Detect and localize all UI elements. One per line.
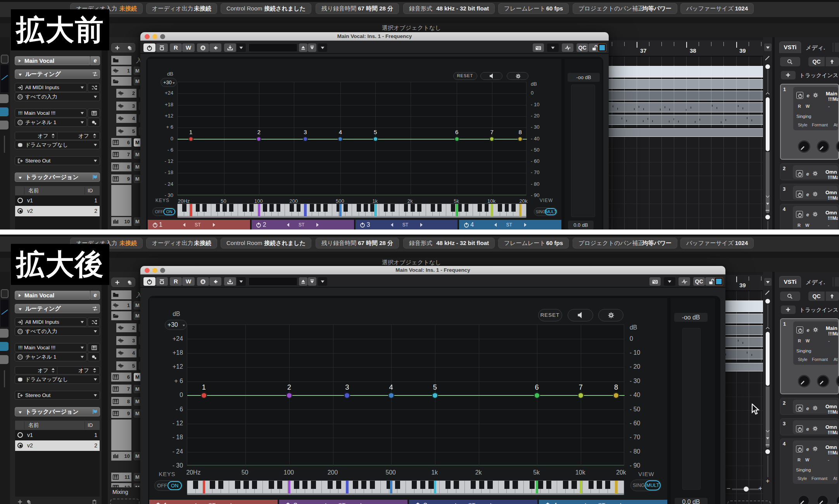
edit-instrument-icon[interactable]: e	[805, 327, 811, 333]
version-duplicate-icon[interactable]	[26, 499, 31, 504]
status-item-5[interactable]: フレームレート60 fps	[498, 3, 569, 14]
preset-browser-dropdown[interactable]	[318, 277, 327, 286]
write-automation-button[interactable]: W	[182, 277, 195, 286]
band-power-icon[interactable]	[255, 222, 262, 228]
tab-vsti[interactable]: VSTi	[779, 41, 801, 53]
track-row-5[interactable]: 5	[116, 127, 136, 136]
status-item-4[interactable]: 録音形式48 kHz - 32 bit float	[403, 238, 495, 249]
keys-toggle[interactable]: OFFON	[154, 480, 183, 491]
preset-name-field[interactable]	[249, 277, 297, 286]
instrument-slot-2[interactable]: 2eOmn!!!Ma	[780, 163, 839, 180]
copy-preset-button[interactable]	[224, 43, 236, 52]
eq-band-strip-3[interactable]: 3ST	[409, 500, 537, 504]
channel-settings-button[interactable]	[88, 118, 100, 127]
view-toggle[interactable]: SINGMULT	[630, 480, 661, 491]
slot-write-button[interactable]: W	[806, 104, 811, 109]
band-prev-icon[interactable]	[321, 502, 328, 504]
band-power-icon[interactable]	[544, 502, 552, 504]
status-item-1[interactable]: オーディオ出力未接続	[146, 238, 217, 249]
freeze-icon[interactable]	[812, 191, 818, 197]
edit-instrument-icon[interactable]: e	[805, 92, 811, 98]
keys-toggle-on-option[interactable]: ON	[163, 208, 175, 215]
snapshot-dropdown[interactable]	[664, 277, 675, 286]
offset-right-stepper[interactable]	[92, 133, 97, 139]
sidechain-button[interactable]	[562, 43, 573, 52]
version-radio[interactable]	[17, 432, 23, 438]
eq-range-selector[interactable]: +30	[161, 78, 177, 87]
band-prev-icon[interactable]	[285, 222, 291, 228]
track-row-2[interactable]: 2	[116, 323, 136, 332]
track-row-folder[interactable]	[111, 56, 131, 65]
version-radio[interactable]	[17, 208, 23, 214]
vsti-find-button[interactable]	[780, 292, 800, 301]
instrument-slot-1[interactable]: 1eMain!!!MaRW-SingingStyleFormantAt	[780, 84, 839, 160]
view-toggle[interactable]: SINGMULT	[534, 207, 558, 216]
instrument-knob[interactable]	[836, 140, 839, 153]
instrument-power-button[interactable]	[796, 211, 803, 218]
sidechain-button[interactable]	[678, 277, 690, 286]
slot-write-button[interactable]: W	[805, 223, 811, 228]
track-row-7[interactable]: 7	[111, 150, 131, 159]
eq-range-selector[interactable]: +30	[165, 320, 187, 330]
offset-left-stepper[interactable]	[51, 133, 55, 139]
eq-band-node-1[interactable]	[188, 136, 193, 142]
track-row-10[interactable]: 10	[111, 217, 131, 226]
eq-band-strip-4[interactable]: 4ST	[539, 500, 667, 504]
zoom-out-v-icon[interactable]	[765, 442, 770, 448]
band-prev-icon[interactable]	[493, 222, 498, 228]
midi-output-select[interactable]: !!! Main Vocal !!!	[15, 343, 87, 352]
open-device-button[interactable]	[88, 109, 100, 117]
qc-learn-button[interactable]	[715, 277, 723, 286]
track-row-8[interactable]: 8	[111, 162, 131, 171]
freeze-icon[interactable]	[812, 211, 818, 217]
eq-band-node-4[interactable]	[338, 136, 343, 142]
instrument-slot-1[interactable]: 1eMain!!!MaRW-SingingStyleFormantAt	[780, 318, 839, 394]
tab-media-label[interactable]: メディ.	[806, 43, 829, 52]
version-row-v1[interactable]: v11	[15, 430, 100, 440]
slot-program-value[interactable]: Singing	[796, 468, 819, 473]
zoom-in-v-label[interactable]: +	[764, 478, 771, 485]
switch-ab-button[interactable]	[209, 277, 221, 286]
instrument-power-button[interactable]	[796, 170, 803, 177]
status-item-3[interactable]: 残り録音時間67 時間 28 分	[316, 238, 399, 249]
band-power-icon[interactable]	[152, 222, 158, 228]
vertical-zoom-dot[interactable]	[765, 449, 770, 454]
eq-settings-button[interactable]	[598, 309, 623, 321]
eq-band-strip-2[interactable]: 2ST	[252, 220, 354, 230]
track-row-12[interactable]: 12	[111, 483, 131, 487]
scroll-thumb-dot[interactable]	[765, 64, 770, 69]
snapshot-button[interactable]	[649, 277, 661, 286]
instrument-power-button[interactable]	[796, 405, 803, 412]
eq-graph-plot[interactable]: 12345678	[187, 324, 624, 466]
zoom-preset-dropdown[interactable]	[765, 435, 770, 441]
keys-toggle-off-label[interactable]: OFF	[156, 481, 168, 490]
slot-program-value[interactable]: Singing	[796, 349, 820, 354]
instrument-knob[interactable]	[817, 375, 829, 387]
track-edit-button[interactable]: e	[90, 56, 100, 65]
horizontal-zoom-dot[interactable]	[744, 487, 749, 492]
tab-media-label[interactable]: メディ.	[806, 278, 829, 287]
read-automation-button[interactable]: R	[170, 43, 182, 52]
eq-band-node-5[interactable]	[432, 392, 438, 399]
eq-settings-button[interactable]	[507, 72, 528, 80]
track-row-folder-open[interactable]	[111, 311, 131, 320]
read-automation-button[interactable]: R	[170, 277, 182, 286]
eq-reset-button[interactable]: RESET	[453, 72, 477, 80]
edit-instrument-icon[interactable]: e	[804, 211, 811, 217]
track-row-9[interactable]: 9	[111, 174, 131, 183]
eq-band-node-2[interactable]	[286, 392, 292, 399]
channel-settings-button[interactable]	[88, 352, 100, 361]
band-next-icon[interactable]	[419, 222, 424, 228]
track-row-7[interactable]: 7	[111, 385, 131, 394]
timeline-ruler[interactable]: 373839	[607, 40, 772, 57]
arrange-scroll-dropdown[interactable]	[764, 278, 772, 286]
track-edit-button[interactable]: e	[90, 291, 100, 300]
previous-preset-button[interactable]	[299, 277, 307, 286]
view-toggle-on-option[interactable]: MULT	[645, 480, 661, 490]
slot-write-button[interactable]: W	[805, 457, 811, 463]
instrument-slot-4[interactable]: 4eOmn!!!MaRW-SingingStyleFormantAt	[780, 204, 839, 230]
eq-band-node-8[interactable]	[518, 136, 523, 142]
preset-options-dropdown[interactable]	[237, 277, 246, 286]
preset-browser-dropdown[interactable]	[318, 43, 327, 52]
offset-right-value[interactable]: オフ	[78, 367, 89, 374]
